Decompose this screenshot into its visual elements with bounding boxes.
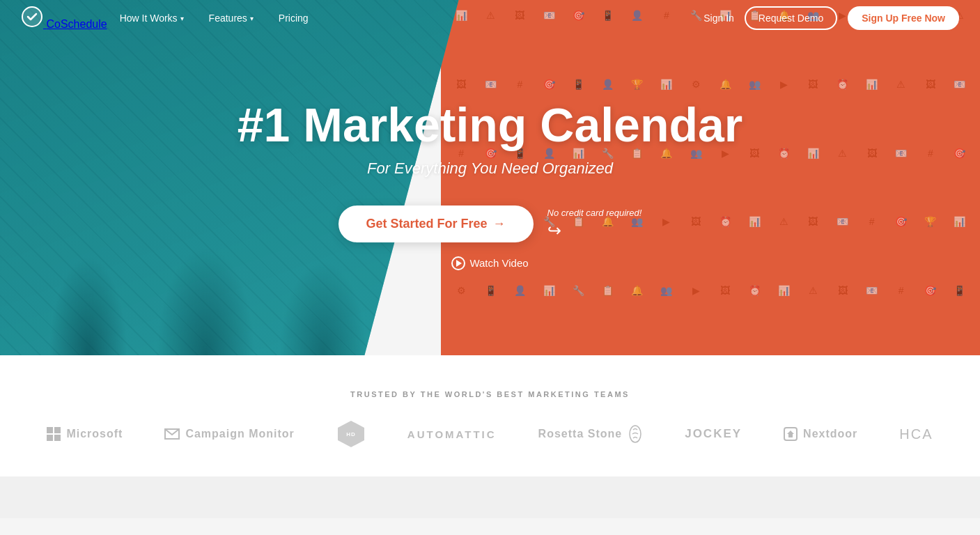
logo-rosetta-stone: Rosetta Stone xyxy=(538,424,644,444)
logo-automattic: AUTOMATTIC xyxy=(407,428,497,440)
svg-point-8 xyxy=(630,426,641,442)
svg-rect-4 xyxy=(54,435,61,441)
signup-button[interactable]: Sign Up Free Now xyxy=(848,6,959,30)
hero-subtitle: For Everything You Need Organized xyxy=(367,160,613,178)
home-depot-icon: HD xyxy=(336,419,366,449)
nav-features[interactable]: Features ▾ xyxy=(196,0,266,36)
below-fold xyxy=(0,476,980,518)
nav-right: Sign In Request Demo Sign Up Free Now xyxy=(703,6,959,30)
logo-nextdoor: Nextdoor xyxy=(784,427,857,441)
trusted-section: TRUSTED BY THE WORLD'S BEST MARKETING TE… xyxy=(0,355,980,476)
nav-pricing[interactable]: Pricing xyxy=(266,0,321,36)
hero-section: 📊 ⚠ 🖼 📧 🎯 📱 👤 # 🔧 📊 📋 🔔 👥 ▶ 🖼 ⏰ 📊 ⚠ 🖼 📧 … xyxy=(0,0,980,355)
chevron-down-icon: ▾ xyxy=(250,15,254,22)
request-demo-button[interactable]: Request Demo xyxy=(745,6,837,30)
hero-cta-row: Get Started For Free → No credit card re… xyxy=(339,206,642,242)
logo-icon xyxy=(21,6,43,28)
nav-links: How It Works ▾ Features ▾ Pricing xyxy=(107,0,704,36)
logo-jockey: JOCKEY xyxy=(685,427,742,441)
svg-text:HD: HD xyxy=(346,431,356,437)
svg-rect-3 xyxy=(47,435,53,441)
play-icon xyxy=(451,256,465,270)
hero-content: #1 Marketing Calendar For Everything You… xyxy=(0,0,980,355)
svg-point-0 xyxy=(22,7,42,26)
no-credit-card-note: No credit card required! ↩ xyxy=(547,208,642,240)
logo-hca: HCA xyxy=(899,426,933,442)
logo-campaign-monitor: Campaign Monitor xyxy=(164,428,294,440)
logo-home-depot: HD xyxy=(336,419,366,449)
rosetta-stone-icon xyxy=(628,424,643,444)
logo-link[interactable]: CoSchedule xyxy=(21,6,107,31)
campaign-monitor-icon xyxy=(164,428,180,440)
signin-link[interactable]: Sign In xyxy=(703,13,734,24)
logo-microsoft: Microsoft xyxy=(47,427,123,441)
logo-text: CoSchedule xyxy=(46,18,107,30)
trusted-heading: TRUSTED BY THE WORLD'S BEST MARKETING TE… xyxy=(28,390,952,398)
chevron-down-icon: ▾ xyxy=(180,15,184,22)
watch-video-link[interactable]: Watch Video xyxy=(451,256,528,270)
curved-arrow-icon: ↩ xyxy=(547,221,561,240)
hero-title: #1 Marketing Calendar xyxy=(238,99,743,151)
svg-rect-2 xyxy=(54,427,61,433)
microsoft-icon xyxy=(47,427,61,441)
play-triangle-icon xyxy=(456,260,462,267)
svg-rect-1 xyxy=(47,427,53,433)
get-started-button[interactable]: Get Started For Free → xyxy=(339,206,534,242)
arrow-right-icon: → xyxy=(493,217,506,231)
logos-row: Microsoft Campaign Monitor HD AUTOMATTIC… xyxy=(28,419,952,449)
nextdoor-icon xyxy=(784,427,798,441)
navigation: CoSchedule How It Works ▾ Features ▾ Pri… xyxy=(0,0,980,36)
nav-how-it-works[interactable]: How It Works ▾ xyxy=(107,0,196,36)
